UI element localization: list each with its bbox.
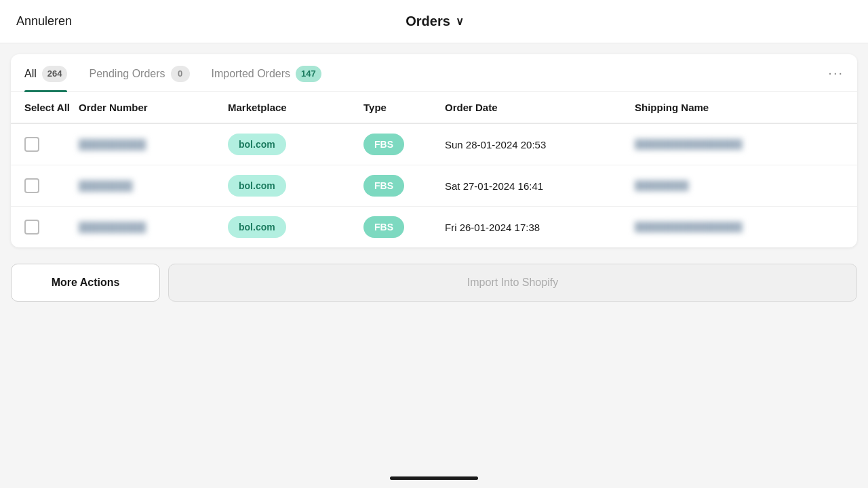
row-1-order-date: Sun 28-01-2024 20:53 xyxy=(445,139,635,150)
tab-pending-label: Pending Orders xyxy=(89,68,165,80)
row-1-checkbox-cell xyxy=(24,137,79,152)
row-1-type-badge: FBS xyxy=(363,134,404,155)
cancel-button[interactable]: Annuleren xyxy=(16,14,72,28)
row-3-order-date: Fri 26-01-2024 17:38 xyxy=(445,222,635,233)
more-actions-button[interactable]: More Actions xyxy=(11,264,160,302)
row-1-type: FBS xyxy=(363,134,445,155)
tab-all[interactable]: All 264 xyxy=(24,55,67,92)
tab-pending-badge: 0 xyxy=(171,66,190,82)
row-3-type: FBS xyxy=(363,216,445,238)
header-type: Type xyxy=(363,102,445,113)
table-row: ████████ bol.com FBS Sat 27-01-2024 16:4… xyxy=(11,165,857,207)
table-header: Select All Order Number Marketplace Type… xyxy=(11,92,857,124)
row-1-order-number: ██████████ xyxy=(79,139,228,150)
row-2-type: FBS xyxy=(363,175,445,197)
row-2-checkbox-cell xyxy=(24,178,79,193)
row-1-checkbox[interactable] xyxy=(24,137,39,152)
table-row: ██████████ bol.com FBS Sun 28-01-2024 20… xyxy=(11,124,857,165)
main-content: All 264 Pending Orders 0 Imported Orders… xyxy=(0,43,868,488)
top-nav: Annuleren Orders ∨ xyxy=(0,0,868,43)
row-3-checkbox[interactable] xyxy=(24,220,39,235)
row-2-checkbox[interactable] xyxy=(24,178,39,193)
bottom-bar: More Actions Import Into Shopify xyxy=(11,264,857,302)
tabs-bar: All 264 Pending Orders 0 Imported Orders… xyxy=(11,54,857,92)
orders-card: All 264 Pending Orders 0 Imported Orders… xyxy=(11,54,857,247)
tab-imported[interactable]: Imported Orders 147 xyxy=(212,55,321,92)
header-select-all[interactable]: Select All xyxy=(24,102,79,113)
row-2-shipping-name: ████████ xyxy=(635,180,844,191)
orders-table: Select All Order Number Marketplace Type… xyxy=(11,92,857,247)
row-2-marketplace: bol.com xyxy=(228,175,363,197)
tab-all-label: All xyxy=(24,68,37,80)
header-order-date: Order Date xyxy=(445,102,635,113)
tab-pending[interactable]: Pending Orders 0 xyxy=(89,55,189,92)
tab-imported-label: Imported Orders xyxy=(212,68,290,80)
row-2-order-date: Sat 27-01-2024 16:41 xyxy=(445,180,635,192)
row-3-shipping-name: ████████████████ xyxy=(635,222,844,232)
row-3-order-number: ██████████ xyxy=(79,222,228,232)
tab-all-badge: 264 xyxy=(42,66,68,82)
row-3-checkbox-cell xyxy=(24,220,79,235)
row-2-marketplace-badge: bol.com xyxy=(228,175,286,197)
row-3-type-badge: FBS xyxy=(363,216,404,238)
header-order-number: Order Number xyxy=(79,102,228,113)
row-1-marketplace: bol.com xyxy=(228,134,363,155)
row-1-marketplace-badge: bol.com xyxy=(228,134,286,155)
row-3-marketplace-badge: bol.com xyxy=(228,216,286,238)
tab-imported-badge: 147 xyxy=(296,66,321,82)
orders-label: Orders xyxy=(406,14,450,29)
row-1-shipping-name: ████████████████ xyxy=(635,139,844,150)
home-indicator xyxy=(390,476,478,480)
tabs-more-button[interactable]: ··· xyxy=(828,54,844,92)
row-3-marketplace: bol.com xyxy=(228,216,363,238)
import-shopify-button: Import Into Shopify xyxy=(168,264,857,302)
header-marketplace: Marketplace xyxy=(228,102,363,113)
header-shipping-name: Shipping Name xyxy=(635,102,844,113)
table-row: ██████████ bol.com FBS Fri 26-01-2024 17… xyxy=(11,207,857,247)
row-2-type-badge: FBS xyxy=(363,175,404,197)
orders-title-button[interactable]: Orders ∨ xyxy=(406,14,464,29)
chevron-down-icon: ∨ xyxy=(456,15,464,28)
row-2-order-number: ████████ xyxy=(79,180,228,191)
